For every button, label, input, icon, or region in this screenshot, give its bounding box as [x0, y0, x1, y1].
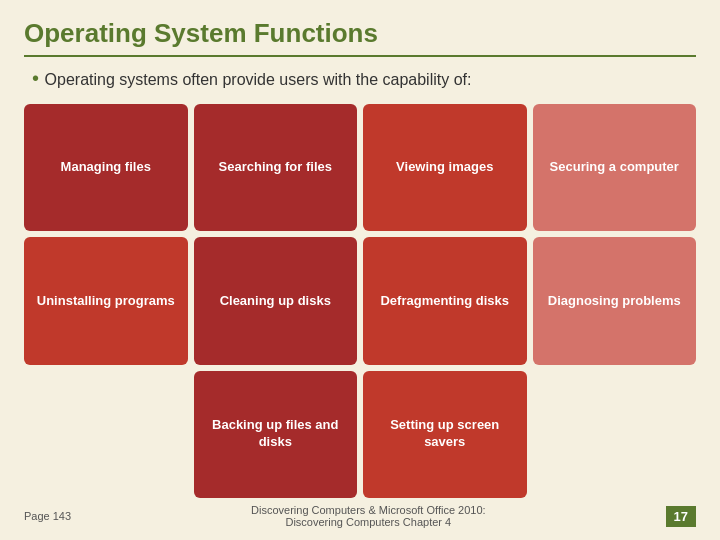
slide-title: Operating System Functions — [24, 18, 696, 57]
tiles-grid: Managing files Searching for files Viewi… — [24, 104, 696, 498]
footer-page: Page 143 — [24, 510, 71, 522]
tile-securing-a-computer: Securing a computer — [533, 104, 697, 231]
tile-defragmenting-disks: Defragmenting disks — [363, 237, 527, 364]
tile-cleaning-up-disks: Cleaning up disks — [194, 237, 358, 364]
footer-caption: Discovering Computers & Microsoft Office… — [251, 504, 486, 528]
tile-searching-for-files: Searching for files — [194, 104, 358, 231]
tile-setting-up-screen-savers: Setting up screen savers — [363, 371, 527, 498]
tile-uninstalling-programs: Uninstalling programs — [24, 237, 188, 364]
footer-page-number: 17 — [666, 506, 696, 527]
tile-managing-files: Managing files — [24, 104, 188, 231]
slide-subtitle: Operating systems often provide users wi… — [24, 67, 696, 90]
empty-col1-row3 — [24, 371, 188, 498]
tile-diagnosing-problems: Diagnosing problems — [533, 237, 697, 364]
empty-col4-row3 — [533, 371, 697, 498]
tile-backing-up-files: Backing up files and disks — [194, 371, 358, 498]
tile-viewing-images: Viewing images — [363, 104, 527, 231]
slide: Operating System Functions Operating sys… — [0, 0, 720, 540]
footer: Page 143 Discovering Computers & Microso… — [24, 498, 696, 528]
